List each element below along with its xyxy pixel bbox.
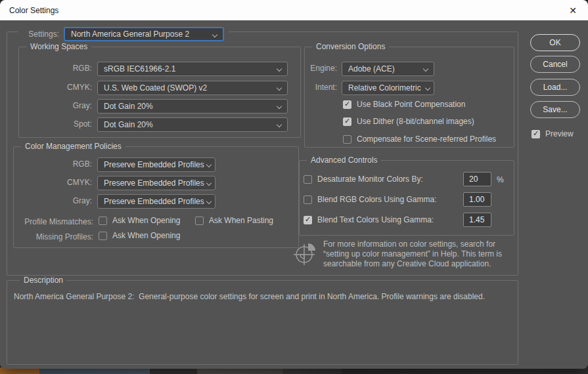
cmp-cmyk-dropdown[interactable]: Preserve Embedded Profiles bbox=[97, 176, 215, 190]
checkbox-label: Ask When Opening bbox=[112, 216, 180, 225]
checkbox-box bbox=[195, 217, 204, 225]
ws-rgb-dropdown[interactable]: sRGB IEC61966-2.1 bbox=[97, 62, 288, 76]
cancel-button[interactable]: Cancel bbox=[530, 56, 580, 73]
description-text: North America General Purpose 2: General… bbox=[14, 292, 510, 301]
chevron-down-icon bbox=[277, 123, 282, 127]
chevron-down-icon bbox=[426, 86, 430, 91]
intent-dropdown[interactable]: Relative Colorimetric bbox=[342, 81, 434, 95]
chevron-down-icon bbox=[277, 67, 282, 72]
ws-spot-dropdown[interactable]: Dot Gain 20% bbox=[97, 117, 288, 132]
dialog-title: Color Settings bbox=[0, 6, 58, 15]
ws-gray-label: Gray: bbox=[26, 101, 92, 110]
cmp-rgb-value: Preserve Embedded Profiles bbox=[104, 160, 204, 169]
cmp-rgb-label: RGB: bbox=[26, 159, 92, 169]
chevron-down-icon bbox=[207, 163, 212, 167]
checkbox-box bbox=[99, 217, 107, 225]
save-button[interactable]: Save... bbox=[530, 101, 580, 118]
settings-dropdown-value: North America General Purpose 2 bbox=[71, 30, 189, 39]
checkbox-box bbox=[304, 175, 312, 184]
desaturate-percent-field[interactable]: 20 bbox=[463, 172, 491, 186]
ws-cmyk-dropdown[interactable]: U.S. Web Coated (SWOP) v2 bbox=[97, 81, 288, 95]
desaturate-monitor-checkbox[interactable]: Desaturate Monitor Colors By: bbox=[304, 175, 423, 184]
checkbox-label: Ask When Opening bbox=[112, 231, 180, 240]
checkbox-box bbox=[304, 196, 312, 204]
checkbox-label: Blend Text Colors Using Gamma: bbox=[317, 215, 434, 224]
blend-text-gamma-checkbox[interactable]: Blend Text Colors Using Gamma: bbox=[304, 215, 434, 224]
conversion-options-title: Conversion Options bbox=[312, 42, 389, 51]
profile-mismatches-label: Profile Mismatches: bbox=[18, 217, 93, 226]
cmp-gray-value: Preserve Embedded Profiles bbox=[104, 197, 204, 206]
missing-profiles-label: Missing Profiles: bbox=[18, 232, 93, 241]
description-title: Description bbox=[20, 276, 67, 285]
advanced-controls-title: Advanced Controls bbox=[307, 156, 381, 165]
cmp-rgb-dropdown[interactable]: Preserve Embedded Profiles bbox=[97, 157, 215, 172]
checkbox-label: Use Dither (8-bit/channel images) bbox=[357, 117, 474, 126]
preview-checkbox[interactable]: Preview bbox=[531, 129, 574, 138]
checkbox-label: Compensate for Scene-referred Profiles bbox=[357, 135, 496, 144]
profile-mismatches-ask-pasting-checkbox[interactable]: Ask When Pasting bbox=[195, 216, 273, 225]
color-management-registration-icon bbox=[294, 241, 317, 265]
checkbox-box bbox=[531, 130, 540, 138]
ws-gray-value: Dot Gain 20% bbox=[104, 102, 153, 111]
ws-rgb-label: RGB: bbox=[26, 64, 92, 73]
chevron-down-icon bbox=[277, 104, 282, 109]
ws-cmyk-value: U.S. Web Coated (SWOP) v2 bbox=[104, 83, 207, 93]
load-button[interactable]: Load... bbox=[530, 79, 580, 96]
engine-value: Adobe (ACE) bbox=[348, 64, 395, 73]
engine-label: Engine: bbox=[284, 64, 337, 73]
chevron-down-icon bbox=[207, 199, 212, 204]
cmp-cmyk-value: Preserve Embedded Profiles bbox=[104, 178, 204, 188]
checkbox-label: Preview bbox=[545, 129, 574, 138]
checkbox-box bbox=[99, 232, 107, 240]
scene-referred-profiles-checkbox[interactable]: Compensate for Scene-referred Profiles bbox=[343, 135, 496, 144]
chevron-down-icon bbox=[207, 181, 212, 186]
profile-mismatches-ask-opening-checkbox[interactable]: Ask When Opening bbox=[99, 216, 180, 225]
checkbox-label: Use Black Point Compensation bbox=[357, 100, 465, 109]
black-point-compensation-checkbox[interactable]: Use Black Point Compensation bbox=[343, 100, 465, 109]
intent-value: Relative Colorimetric bbox=[348, 83, 421, 93]
ws-gray-dropdown[interactable]: Dot Gain 20% bbox=[97, 99, 288, 114]
chevron-down-icon bbox=[213, 33, 217, 37]
checkbox-label: Ask When Pasting bbox=[209, 216, 273, 225]
intent-label: Intent: bbox=[284, 83, 337, 92]
checkbox-label: Desaturate Monitor Colors By: bbox=[317, 175, 423, 184]
close-icon[interactable]: ✕ bbox=[558, 0, 588, 20]
chevron-down-icon bbox=[424, 67, 428, 72]
cmp-cmyk-label: CMYK: bbox=[26, 178, 92, 187]
cmp-gray-dropdown[interactable]: Preserve Embedded Profiles bbox=[97, 194, 215, 209]
checkbox-box bbox=[343, 100, 351, 109]
ws-spot-label: Spot: bbox=[26, 119, 92, 129]
dialog-body: Settings: North America General Purpose … bbox=[0, 20, 588, 369]
settings-dropdown[interactable]: North America General Purpose 2 bbox=[64, 27, 224, 41]
checkbox-label: Blend RGB Colors Using Gamma: bbox=[317, 195, 436, 204]
ok-button[interactable]: OK bbox=[530, 34, 580, 51]
use-dither-checkbox[interactable]: Use Dither (8-bit/channel images) bbox=[343, 117, 474, 126]
settings-label: Settings: bbox=[7, 30, 59, 39]
ws-rgb-value: sRGB IEC61966-2.1 bbox=[104, 64, 175, 73]
color-management-policies-title: Color Management Policies bbox=[21, 142, 125, 151]
dialog-titlebar[interactable]: Color Settings ✕ bbox=[0, 0, 588, 20]
engine-dropdown[interactable]: Adobe (ACE) bbox=[342, 62, 434, 76]
checkbox-box bbox=[343, 117, 351, 126]
blend-text-gamma-field[interactable]: 1.45 bbox=[463, 213, 491, 227]
blend-rgb-gamma-field[interactable]: 1.00 bbox=[463, 192, 491, 207]
checkbox-box bbox=[343, 135, 351, 144]
missing-profiles-ask-opening-checkbox[interactable]: Ask When Opening bbox=[99, 231, 180, 240]
color-settings-dialog: Color Settings ✕ Settings: North America… bbox=[0, 0, 588, 369]
blend-rgb-gamma-checkbox[interactable]: Blend RGB Colors Using Gamma: bbox=[304, 195, 436, 204]
chevron-down-icon bbox=[277, 86, 282, 91]
working-spaces-title: Working Spaces bbox=[26, 42, 91, 51]
percent-suffix: % bbox=[497, 175, 504, 184]
ws-cmyk-label: CMYK: bbox=[26, 83, 92, 92]
cmp-gray-label: Gray: bbox=[26, 196, 92, 205]
help-info-text: For more information on color settings, … bbox=[323, 239, 518, 269]
ws-spot-value: Dot Gain 20% bbox=[104, 120, 153, 129]
checkbox-box bbox=[304, 216, 312, 224]
